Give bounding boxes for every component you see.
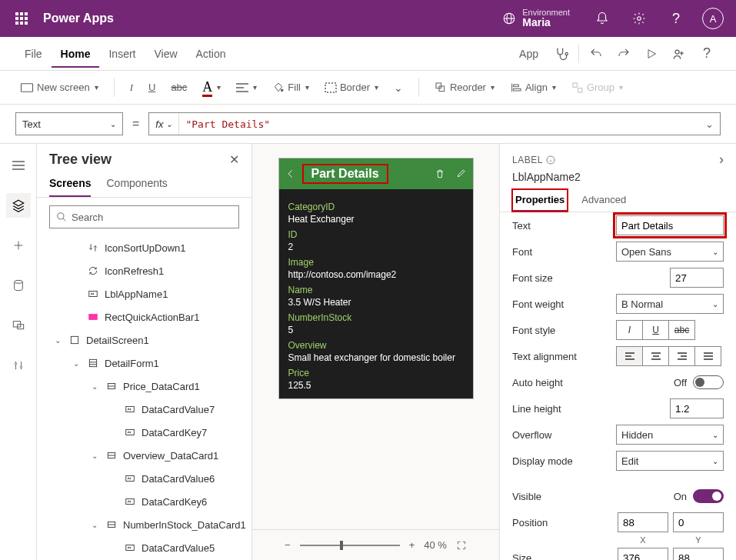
user-menu[interactable]: A	[696, 0, 730, 37]
edit-icon[interactable]	[456, 168, 467, 178]
treeview-title: Tree view	[49, 152, 112, 168]
more-button[interactable]: ⌄	[389, 78, 408, 97]
fit-icon[interactable]	[456, 540, 467, 551]
formula-expand[interactable]: ⌄	[699, 118, 720, 130]
tree-node[interactable]: ⌄Price_DataCard1	[40, 375, 248, 398]
prop-label-font: Font	[512, 246, 616, 258]
prop-displaymode-select[interactable]: Edit⌄	[616, 451, 724, 471]
prop-font-select[interactable]: Open Sans⌄	[616, 242, 724, 262]
tab-components[interactable]: Components	[106, 171, 167, 197]
strikethrough-icon: abc	[171, 82, 187, 93]
media-icon	[12, 319, 25, 332]
border-button[interactable]: Border▾	[320, 78, 383, 96]
prop-x-input[interactable]	[618, 512, 668, 532]
tab-screens[interactable]: Screens	[49, 171, 91, 197]
delete-icon[interactable]	[435, 168, 445, 180]
align-menu-button[interactable]: Align▾	[505, 78, 561, 97]
properties-expand[interactable]: ›	[719, 152, 724, 168]
tree-node[interactable]: DataCardKey7	[40, 421, 248, 444]
rail-data[interactable]	[6, 273, 31, 298]
tree-node[interactable]: LblAppName1	[40, 282, 248, 305]
tree-node[interactable]: RectQuickActionBar1	[40, 305, 248, 328]
prop-lineheight-input[interactable]	[670, 398, 724, 418]
property-selector-value: Text	[22, 118, 41, 130]
style-italic-button[interactable]: I	[616, 320, 643, 340]
menu-home[interactable]: Home	[52, 40, 100, 68]
prop-visible-toggle[interactable]	[693, 489, 724, 503]
back-icon[interactable]	[285, 168, 296, 179]
font-color-icon: A	[202, 79, 212, 95]
preview-button[interactable]	[638, 40, 665, 68]
tree-node[interactable]: IconSortUpDown1	[40, 236, 248, 259]
prop-y-input[interactable]	[673, 512, 724, 532]
help-button[interactable]: ?	[659, 0, 693, 37]
environment-picker[interactable]: Environment Maria	[490, 8, 582, 28]
style-underline-button[interactable]: U	[642, 320, 669, 340]
prop-width-input[interactable]	[618, 548, 668, 560]
rail-media[interactable]	[6, 313, 31, 338]
app-checker-button[interactable]	[548, 40, 575, 68]
prop-overflow-select[interactable]: Hidden⌄	[616, 425, 724, 445]
fx-button[interactable]: fx⌄	[149, 113, 179, 135]
rail-hamburger[interactable]	[6, 153, 31, 178]
field-label: CategoryID	[288, 202, 464, 212]
zoom-out-button[interactable]: −	[285, 539, 291, 551]
zoom-in-button[interactable]: +	[409, 539, 415, 551]
treeview-search[interactable]: Search	[49, 205, 239, 228]
menu-app[interactable]: App	[510, 40, 548, 68]
tree-node[interactable]: DataCardValue7	[40, 398, 248, 421]
menu-insert[interactable]: Insert	[99, 40, 145, 68]
underline-button[interactable]: U	[144, 78, 160, 96]
align-right-button[interactable]	[668, 346, 695, 366]
app-launcher-button[interactable]	[6, 12, 37, 25]
tree-node[interactable]: ⌄NumberInStock_DataCard1	[40, 513, 248, 536]
prop-label-fontsize: Font size	[512, 272, 616, 284]
redo-button[interactable]	[610, 40, 638, 68]
app-name-label[interactable]: Part Details	[302, 164, 388, 184]
tree-node[interactable]: ⌄Overview_DataCard1	[40, 444, 248, 467]
strikethrough-button[interactable]: abc	[166, 78, 191, 96]
align-button[interactable]: ▾	[231, 79, 261, 96]
undo-button[interactable]	[582, 40, 610, 68]
rail-insert[interactable]	[6, 233, 31, 258]
font-color-button[interactable]: A▾	[198, 76, 225, 98]
align-menu-icon	[510, 82, 522, 94]
info-icon[interactable]	[546, 155, 555, 165]
zoom-slider[interactable]	[300, 545, 400, 546]
menu-action[interactable]: Action	[187, 40, 235, 68]
align-justify-button[interactable]	[694, 346, 721, 366]
tab-properties[interactable]: Properties	[512, 189, 568, 212]
prop-fontweight-select[interactable]: B Normal⌄	[616, 294, 724, 314]
italic-button[interactable]: I	[125, 78, 138, 97]
notifications-button[interactable]	[585, 0, 619, 37]
prop-autoheight-toggle[interactable]	[693, 375, 724, 389]
share-button[interactable]	[665, 40, 693, 68]
tree-node[interactable]: DataCardValue5	[40, 536, 248, 559]
align-left-button[interactable]	[616, 346, 643, 366]
tree-node[interactable]: DataCardKey6	[40, 490, 248, 513]
menu-view[interactable]: View	[145, 40, 186, 68]
style-strike-button[interactable]: abc	[668, 320, 695, 340]
rail-advanced[interactable]	[6, 353, 31, 378]
fill-button[interactable]: Fill▾	[268, 78, 314, 97]
left-rail	[0, 144, 37, 560]
tab-advanced[interactable]: Advanced	[581, 189, 626, 212]
tree-node[interactable]: DataCardValue6	[40, 467, 248, 490]
prop-text-input[interactable]	[616, 215, 724, 235]
rail-treeview[interactable]	[6, 193, 31, 218]
new-screen-button[interactable]: New screen▾	[15, 78, 103, 96]
property-selector[interactable]: Text⌄	[15, 112, 123, 135]
prop-fontsize-input[interactable]	[670, 268, 724, 288]
tree-node[interactable]: IconRefresh1	[40, 259, 248, 282]
tree-node[interactable]: ⌄DetailScreen1	[40, 328, 248, 352]
formula-input[interactable]: "Part Details"	[179, 118, 699, 130]
close-treeview-button[interactable]: ✕	[229, 152, 239, 167]
align-center-button[interactable]	[642, 346, 669, 366]
help-button-2[interactable]: ?	[693, 40, 721, 68]
settings-button[interactable]	[622, 0, 656, 37]
menu-file[interactable]: File	[15, 40, 52, 68]
tree-node[interactable]: ⌄DetailForm1	[40, 352, 248, 375]
reorder-button[interactable]: Reorder▾	[430, 78, 499, 97]
prop-height-input[interactable]	[673, 548, 724, 560]
equals-sign: =	[132, 117, 139, 131]
